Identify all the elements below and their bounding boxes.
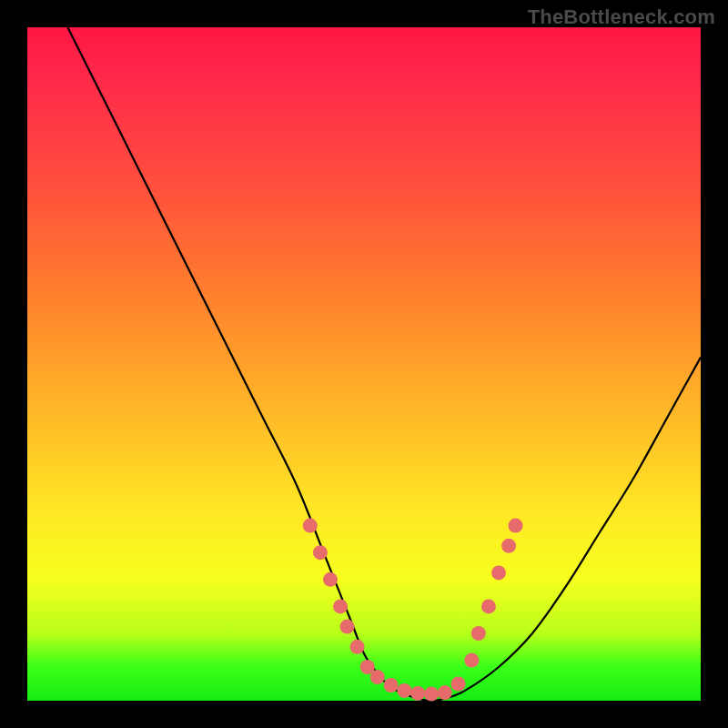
salmon-dot	[323, 572, 338, 587]
salmon-dot	[313, 545, 328, 560]
salmon-dot	[481, 599, 496, 613]
salmon-dot	[464, 653, 479, 668]
salmon-dot	[501, 539, 516, 553]
chart-frame: TheBottleneck.com	[0, 0, 728, 728]
salmon-dot	[370, 670, 385, 684]
salmon-dot	[451, 677, 466, 692]
watermark-text: TheBottleneck.com	[528, 5, 715, 29]
salmon-dot	[340, 620, 355, 634]
salmon-dot	[509, 519, 523, 533]
plot-area	[27, 27, 701, 701]
salmon-dot	[438, 685, 452, 700]
salmon-dot	[471, 626, 486, 641]
salmon-dot	[333, 599, 348, 613]
salmon-dot	[303, 519, 318, 533]
salmon-dot	[397, 683, 411, 698]
salmon-dot	[410, 686, 425, 701]
chart-svg	[27, 27, 701, 701]
salmon-dot	[424, 687, 439, 702]
bottleneck-curve	[67, 27, 701, 701]
salmon-dot	[350, 640, 365, 654]
salmon-dot	[384, 678, 399, 693]
salmon-dot	[491, 565, 506, 580]
